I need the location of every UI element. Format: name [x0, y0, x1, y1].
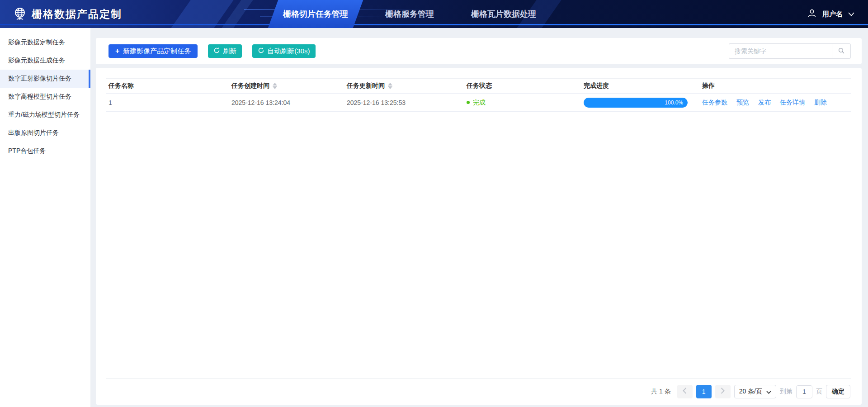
tab-raster-tile-data-processing[interactable]: 栅格瓦片数据处理 — [465, 0, 542, 28]
cell-updated-time: 2025-12-16 13:25:53 — [344, 99, 464, 106]
pagination-next-button[interactable] — [715, 385, 731, 398]
app-header: 栅格数据产品定制 栅格切片任务管理 栅格服务管理 栅格瓦片数据处理 用户名 — [0, 0, 868, 28]
task-table-card: 任务名称 任务创建时间 任务更新时间 任务状态 完成进度 操作 — [96, 68, 862, 405]
sidebar-item-dem-slice-task[interactable]: 数字高程模型切片任务 — [0, 88, 90, 106]
status-dot-icon — [467, 101, 470, 104]
user-name: 用户名 — [822, 10, 843, 19]
auto-refresh-button[interactable]: 自动刷新(30s) — [252, 44, 315, 58]
globe-logo-icon — [13, 7, 27, 21]
column-header-progress: 完成进度 — [581, 82, 700, 90]
app-title: 栅格数据产品定制 — [32, 7, 122, 21]
search-icon — [838, 47, 845, 56]
refresh-button-label: 刷新 — [223, 47, 236, 56]
column-header-updated-time: 任务更新时间 — [344, 82, 464, 90]
column-header-label: 任务创建时间 — [231, 82, 269, 90]
refresh-icon — [258, 47, 264, 55]
main-nav: 栅格切片任务管理 栅格服务管理 栅格瓦片数据处理 — [277, 0, 542, 28]
progress-bar: 100.0% — [584, 98, 688, 108]
column-header-created-time: 任务创建时间 — [229, 82, 344, 90]
auto-refresh-button-label: 自动刷新(30s) — [267, 47, 310, 56]
new-task-button[interactable]: + 新建影像产品定制任务 — [108, 44, 198, 58]
toolbar-card: + 新建影像产品定制任务 刷新 自动刷新(30s) — [96, 38, 862, 64]
nav-tab-label: 栅格服务管理 — [385, 9, 434, 19]
app-logo: 栅格数据产品定制 — [13, 0, 122, 28]
pagination-prev-button[interactable] — [677, 385, 693, 398]
pagination-page-1[interactable]: 1 — [696, 385, 712, 398]
goto-confirm-button[interactable]: 确定 — [826, 385, 850, 398]
sidebar-item-image-metadata-generate-task[interactable]: 影像元数据生成任务 — [0, 52, 90, 70]
refresh-icon — [213, 47, 220, 55]
action-delete-link[interactable]: 删除 — [814, 99, 827, 107]
page-size-value: 20 条/页 — [739, 388, 762, 396]
column-header-label: 操作 — [702, 82, 715, 90]
refresh-button[interactable]: 刷新 — [208, 44, 242, 58]
column-header-task-name: 任务名称 — [106, 82, 229, 90]
table-row: 1 2025-12-16 13:24:04 2025-12-16 13:25:5… — [106, 94, 851, 112]
table-footer-divider — [106, 378, 851, 379]
pagination-total: 共 1 条 — [651, 388, 671, 396]
cell-progress: 100.0% — [581, 98, 700, 108]
column-header-actions: 操作 — [700, 82, 851, 90]
search-input[interactable] — [729, 43, 832, 59]
sort-carets-icon[interactable] — [273, 83, 277, 89]
progress-label: 100.0% — [665, 99, 688, 106]
column-header-label: 完成进度 — [584, 82, 609, 90]
chevron-down-icon — [848, 10, 854, 18]
sidebar-item-image-metadata-custom-task[interactable]: 影像元数据定制任务 — [0, 33, 90, 52]
chevron-right-icon — [721, 388, 725, 396]
user-icon — [807, 8, 817, 20]
action-task-params-link[interactable]: 任务参数 — [702, 99, 727, 107]
pagination: 共 1 条 1 20 条/页 到第 — [651, 385, 850, 398]
column-header-task-status: 任务状态 — [464, 82, 581, 90]
goto-page-prefix: 到第 — [780, 388, 793, 396]
sidebar-item-ptp-package-task[interactable]: PTP合包任务 — [0, 142, 90, 160]
nav-tab-label: 栅格瓦片数据处理 — [471, 9, 536, 19]
toolbar: + 新建影像产品定制任务 刷新 自动刷新(30s) — [108, 44, 316, 58]
action-publish-link[interactable]: 发布 — [758, 99, 771, 107]
sort-carets-icon[interactable] — [388, 83, 392, 89]
caret-down-icon — [766, 388, 771, 395]
sidebar: 影像元数据定制任务 影像元数据生成任务 数字正射影像切片任务 数字高程模型切片任… — [0, 28, 90, 407]
sidebar-item-published-map-slice-task[interactable]: 出版原图切片任务 — [0, 124, 90, 142]
column-header-label: 任务名称 — [108, 82, 134, 90]
page-size-select[interactable]: 20 条/页 — [734, 385, 776, 398]
sidebar-item-gravity-magnetic-slice-task[interactable]: 重力/磁力场模型切片任务 — [0, 106, 90, 124]
cell-created-time: 2025-12-16 13:24:04 — [229, 99, 344, 106]
cell-task-status: 完成 — [464, 99, 581, 107]
tab-raster-service-management[interactable]: 栅格服务管理 — [379, 0, 440, 28]
status-text: 完成 — [473, 99, 486, 107]
task-table: 任务名称 任务创建时间 任务更新时间 任务状态 完成进度 操作 — [106, 78, 851, 112]
progress-fill: 100.0% — [584, 98, 688, 108]
table-header-row: 任务名称 任务创建时间 任务更新时间 任务状态 完成进度 操作 — [106, 78, 851, 94]
search-button[interactable] — [832, 43, 851, 59]
cell-task-name: 1 — [106, 99, 229, 106]
column-header-label: 任务更新时间 — [347, 82, 385, 90]
sidebar-item-dom-slice-task[interactable]: 数字正射影像切片任务 — [0, 70, 90, 88]
goto-page-input[interactable] — [796, 385, 812, 398]
user-menu[interactable]: 用户名 — [807, 0, 854, 28]
nav-tab-label: 栅格切片任务管理 — [283, 9, 348, 19]
column-header-label: 任务状态 — [467, 82, 492, 90]
goto-page-suffix: 页 — [816, 388, 822, 396]
tab-raster-slice-task-management[interactable]: 栅格切片任务管理 — [277, 0, 354, 28]
chevron-left-icon — [683, 388, 687, 396]
new-task-button-label: 新建影像产品定制任务 — [123, 47, 191, 56]
plus-icon: + — [115, 47, 119, 55]
cell-actions: 任务参数 预览 发布 任务详情 删除 — [700, 99, 851, 107]
search-group — [729, 43, 851, 59]
action-preview-link[interactable]: 预览 — [736, 99, 749, 107]
action-task-details-link[interactable]: 任务详情 — [780, 99, 805, 107]
